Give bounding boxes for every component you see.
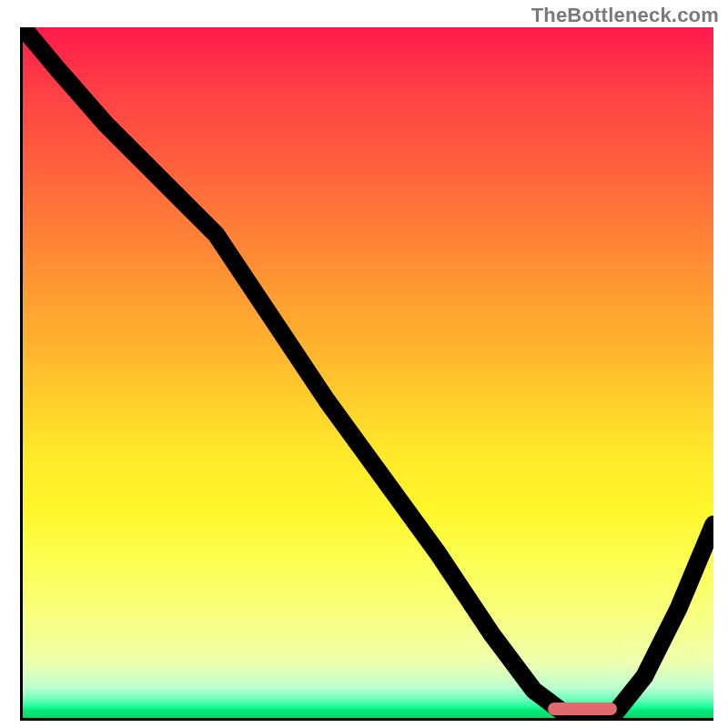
bottleneck-curve-svg [23,27,713,718]
optimal-range-marker [548,703,617,715]
attribution-text: TheBottleneck.com [531,4,719,27]
chart-plot-area [20,27,713,721]
bottleneck-curve-path [23,27,713,718]
